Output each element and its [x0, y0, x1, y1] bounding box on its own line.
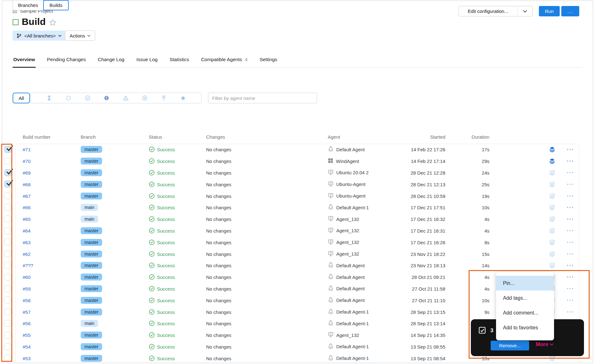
artifacts-icon[interactable]: [549, 170, 555, 176]
row-checkbox[interactable]: [4, 158, 11, 165]
build-number-link[interactable]: #55: [23, 332, 31, 338]
tab-statistics[interactable]: Statistics: [169, 54, 190, 67]
build-number-link[interactable]: #66: [23, 205, 31, 210]
agent-cell[interactable]: ?Ubuntu 20.04 2: [328, 169, 369, 176]
branch-tag[interactable]: master: [81, 297, 102, 304]
table-row[interactable]: #64 master Success No changes ?Agent_132…: [15, 225, 579, 237]
build-number-link[interactable]: #70: [23, 159, 31, 164]
pinned-filter-icon[interactable]: [161, 95, 167, 101]
branch-tag[interactable]: master: [81, 181, 102, 188]
failure-filter-icon[interactable]: [104, 95, 109, 101]
branch-tag[interactable]: master: [81, 193, 102, 199]
build-number-link[interactable]: #60: [23, 274, 31, 280]
table-row[interactable]: #68 master Success No changes ?Ubuntu-Ag…: [15, 178, 579, 190]
build-status[interactable]: Success: [149, 205, 175, 211]
artifacts-icon[interactable]: [549, 228, 555, 234]
row-actions-button[interactable]: [565, 184, 575, 185]
build-number-link[interactable]: #69: [23, 170, 31, 175]
agent-cell[interactable]: WindAgent: [328, 158, 359, 165]
build-status[interactable]: Success: [149, 321, 175, 326]
tab-settings[interactable]: Settings: [259, 54, 278, 67]
row-actions-button[interactable]: [565, 160, 575, 162]
row-actions-button[interactable]: [565, 207, 575, 208]
artifacts-icon[interactable]: [549, 193, 555, 199]
row-checkbox-checked[interactable]: [4, 181, 11, 188]
table-row[interactable]: #70 master Success No changes WindAgent …: [15, 155, 579, 167]
more-button[interactable]: More: [536, 341, 553, 347]
row-actions-button[interactable]: [565, 218, 575, 220]
row-checkbox[interactable]: [4, 320, 11, 327]
toggle-builds[interactable]: Builds: [43, 0, 69, 10]
actions-button[interactable]: Actions: [65, 31, 95, 41]
menu-item-add-comment[interactable]: Add comment...: [496, 305, 554, 320]
row-actions-button[interactable]: [565, 288, 575, 290]
col-status[interactable]: Status: [149, 134, 162, 140]
agent-filter-input[interactable]: [208, 93, 317, 103]
build-status[interactable]: Success: [149, 170, 175, 176]
branch-tag[interactable]: master: [81, 251, 102, 257]
build-number-link[interactable]: #???: [23, 263, 33, 268]
artifacts-icon[interactable]: [549, 158, 555, 164]
row-checkbox[interactable]: [4, 216, 11, 222]
branch-tag[interactable]: master: [81, 262, 102, 269]
row-checkbox[interactable]: [4, 274, 11, 280]
branch-tag[interactable]: master: [81, 343, 102, 350]
branch-tag[interactable]: main: [81, 204, 98, 211]
agent-cell[interactable]: ?Agent_132: [328, 251, 359, 257]
build-number-link[interactable]: #59: [23, 286, 31, 291]
remove-button[interactable]: Remove...: [491, 341, 529, 350]
row-checkbox[interactable]: [4, 227, 11, 234]
col-build-number[interactable]: Build number: [23, 134, 50, 140]
artifacts-icon[interactable]: [549, 181, 555, 188]
build-status[interactable]: Success: [149, 263, 175, 269]
row-checkbox-checked[interactable]: [4, 169, 11, 176]
tab-compatible-agents[interactable]: Compatible Agents4: [200, 54, 248, 67]
build-number-link[interactable]: #71: [23, 147, 31, 152]
agent-cell[interactable]: Default Agent: [328, 297, 365, 304]
build-number-link[interactable]: #68: [23, 182, 31, 187]
agent-cell[interactable]: Default Agent: [328, 146, 365, 153]
branch-tag[interactable]: main: [81, 320, 98, 327]
agent-cell[interactable]: ?Ubuntu-Agent: [328, 193, 366, 199]
col-branch[interactable]: Branch: [81, 134, 96, 140]
build-number-link[interactable]: #62: [23, 251, 31, 257]
branch-tag[interactable]: master: [81, 274, 102, 280]
menu-item-pin[interactable]: Pin...: [496, 276, 554, 291]
build-number-link[interactable]: #57: [23, 309, 31, 315]
build-number-link[interactable]: #58: [23, 298, 31, 303]
build-number-link[interactable]: #63: [23, 240, 31, 245]
build-number-link[interactable]: #64: [23, 228, 31, 233]
row-actions-button[interactable]: [565, 149, 575, 150]
edit-configuration-button[interactable]: Edit configuration...: [459, 6, 517, 16]
build-status[interactable]: Success: [149, 216, 175, 222]
branch-tag[interactable]: master: [81, 146, 102, 153]
row-checkbox[interactable]: [4, 250, 11, 257]
agent-cell[interactable]: Default Agent-1: [328, 309, 369, 315]
branch-tag[interactable]: master: [81, 158, 102, 165]
build-status[interactable]: Success: [149, 228, 175, 234]
row-checkbox[interactable]: [4, 308, 11, 315]
branch-tag[interactable]: master: [81, 285, 102, 292]
build-number-link[interactable]: #54: [23, 344, 31, 349]
build-status[interactable]: Success: [149, 239, 175, 245]
table-row[interactable]: #67 master Success No changes ?Ubuntu-Ag…: [15, 190, 579, 202]
build-status[interactable]: Success: [149, 355, 175, 361]
filter-all-button[interactable]: All: [13, 93, 30, 103]
build-status[interactable]: Success: [149, 251, 175, 257]
table-row[interactable]: #60 master Success No changes Default Ag…: [15, 271, 579, 283]
agent-cell[interactable]: ?Agent_132: [328, 227, 359, 234]
build-number-link[interactable]: #67: [23, 193, 31, 199]
queued-filter-icon[interactable]: [46, 95, 52, 101]
agent-cell[interactable]: Default Agent: [328, 274, 365, 280]
canceled-filter-icon[interactable]: [142, 95, 147, 101]
row-actions-button[interactable]: [565, 242, 575, 243]
build-status[interactable]: Success: [149, 158, 175, 164]
build-number-link[interactable]: #65: [23, 217, 31, 222]
run-overflow-button[interactable]: ...: [561, 6, 579, 16]
edit-configuration-caret-button[interactable]: [517, 6, 533, 16]
row-checkbox[interactable]: [4, 355, 11, 361]
artifacts-icon[interactable]: [549, 262, 555, 269]
build-status[interactable]: Success: [149, 181, 175, 187]
table-row[interactable]: #63 master Success No changes ?Agent_132…: [15, 236, 579, 248]
branch-tag[interactable]: main: [81, 216, 98, 222]
